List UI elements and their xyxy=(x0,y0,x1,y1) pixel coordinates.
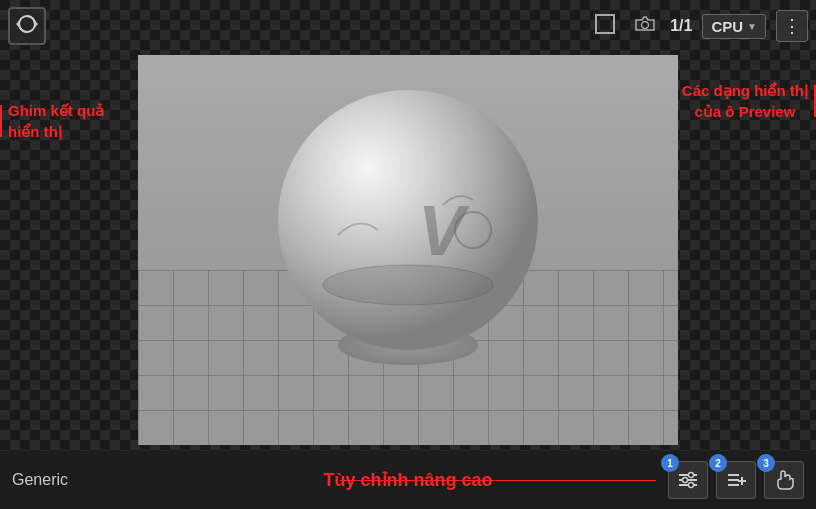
top-toolbar: 1/1 CPU ▼ ⋮ xyxy=(0,0,816,52)
generic-label: Generic xyxy=(12,471,68,489)
badge-3: 3 xyxy=(757,454,775,472)
output-icon[interactable] xyxy=(590,9,620,44)
adjust-icon xyxy=(677,469,699,491)
list-add-icon xyxy=(725,469,747,491)
ball-scene: V xyxy=(138,55,678,445)
toolbar-right: 1/1 CPU ▼ ⋮ xyxy=(590,9,808,44)
svg-point-12 xyxy=(689,473,694,478)
more-options-button[interactable]: ⋮ xyxy=(776,10,808,42)
annotation-right: Các dạng hiển thị của ô Preview xyxy=(682,80,808,122)
preview-container: V xyxy=(138,55,678,445)
svg-point-4 xyxy=(642,21,649,28)
svg-marker-2 xyxy=(16,21,19,27)
list-add-button[interactable]: 2 xyxy=(716,461,756,499)
svg-point-7 xyxy=(323,265,493,305)
more-icon: ⋮ xyxy=(783,15,801,37)
cpu-arrow-icon: ▼ xyxy=(747,21,757,32)
render-icon-button[interactable] xyxy=(8,7,46,45)
render-fraction: 1/1 xyxy=(670,17,692,35)
svg-marker-1 xyxy=(35,21,38,27)
svg-point-14 xyxy=(689,483,694,488)
render-icon xyxy=(16,13,38,40)
hand-button[interactable]: 3 xyxy=(764,461,804,499)
cpu-label: CPU xyxy=(711,18,743,35)
connector-line xyxy=(340,480,656,481)
badge-1: 1 xyxy=(661,454,679,472)
svg-point-13 xyxy=(683,478,688,483)
annotation-left-text: Ghim kết quả hiển thị xyxy=(8,100,104,142)
bottom-right-controls: 1 2 xyxy=(668,461,804,499)
hand-icon xyxy=(773,469,795,491)
toolbar-left xyxy=(8,7,46,45)
svg-point-5 xyxy=(278,90,538,350)
annotation-right-text: Các dạng hiển thị của ô Preview xyxy=(682,80,808,122)
ball-sphere: V xyxy=(258,75,558,375)
cpu-button[interactable]: CPU ▼ xyxy=(702,14,766,39)
badge-2: 2 xyxy=(709,454,727,472)
adjust-button[interactable]: 1 xyxy=(668,461,708,499)
camera-icon[interactable] xyxy=(630,9,660,44)
annotation-left: Ghim kết quả hiển thị xyxy=(8,100,104,142)
annotation-left-line xyxy=(0,105,2,137)
svg-rect-3 xyxy=(596,15,614,33)
